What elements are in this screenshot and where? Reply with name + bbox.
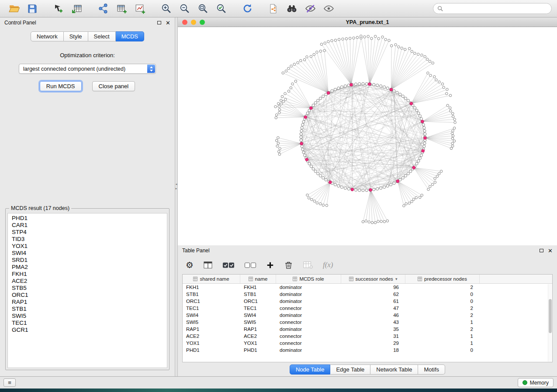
mcds-result-list[interactable]: PHD1CAR1STP4TID3YOX1SWI4SRD1PMA2FKH1ACE2… [7,213,167,368]
mcds-result-item[interactable]: CAR1 [8,222,167,229]
table-row[interactable]: TEC1TEC1connector472 [183,305,552,312]
cell-shared-name[interactable]: RAP1 [183,327,240,332]
export-image-button[interactable] [131,1,149,16]
column-header-shared-name[interactable]: shared name [183,275,240,283]
cell-successor-nodes[interactable]: 18 [341,347,405,353]
cell-predecessor-nodes[interactable]: 1 [405,340,480,346]
toggle-graphics-details-button[interactable] [301,1,319,16]
mcds-result-item[interactable]: PMA2 [8,264,167,271]
cell-mcds-role[interactable]: dominator [276,299,341,304]
cell-predecessor-nodes[interactable]: 1 [405,334,480,339]
cell-name[interactable]: ORC1 [240,299,276,304]
optimization-criterion-select[interactable]: largest connected component (undirected) [19,64,156,74]
cell-mcds-role[interactable]: connector [276,320,341,325]
zoom-fit-button[interactable] [194,1,211,16]
cell-mcds-role[interactable]: dominator [276,347,341,353]
tab-mcds[interactable]: MCDS [116,31,144,41]
close-panel-button[interactable]: Close panel [92,81,135,91]
function-builder-button[interactable]: f(x) [323,261,333,269]
table-scrollbar[interactable] [548,284,552,361]
export-network-button[interactable] [265,1,282,16]
network-canvas[interactable] [178,27,557,245]
import-table-file-button[interactable] [68,1,86,16]
cell-mcds-role[interactable]: dominator [276,327,341,332]
mcds-result-item[interactable]: SWI4 [8,250,167,257]
cell-mcds-role[interactable]: connector [276,340,341,346]
mcds-result-item[interactable]: TEC1 [8,320,167,327]
cell-predecessor-nodes[interactable]: 0 [405,347,480,353]
menu-button[interactable]: ≡ [3,378,16,387]
table-tab-motifs[interactable]: Motifs [418,364,445,375]
cell-successor-nodes[interactable]: 61 [341,299,405,304]
cell-successor-nodes[interactable]: 47 [341,306,405,311]
cell-successor-nodes[interactable]: 35 [341,327,405,332]
cell-shared-name[interactable]: ACE2 [183,334,240,339]
cell-shared-name[interactable]: TEC1 [183,306,240,311]
cell-mcds-role[interactable]: connector [276,334,341,339]
cell-predecessor-nodes[interactable]: 2 [405,306,480,311]
cell-name[interactable]: SWI5 [240,320,276,325]
cell-predecessor-nodes[interactable]: 2 [405,285,480,290]
cell-predecessor-nodes[interactable]: 2 [405,313,480,318]
cell-shared-name[interactable]: FKH1 [183,285,240,290]
mcds-result-item[interactable]: SRD1 [8,257,167,264]
mcds-result-item[interactable]: FKH1 [8,271,167,278]
add-column-button[interactable] [266,261,274,269]
network-graph[interactable] [178,27,557,245]
hide-columns-button[interactable] [303,261,313,269]
cell-name[interactable]: TEC1 [240,306,276,311]
close-table-panel-button[interactable]: ✕ [548,248,553,254]
cell-successor-nodes[interactable]: 31 [341,334,405,339]
search-network-button[interactable] [283,1,301,16]
cell-predecessor-nodes[interactable]: 0 [405,299,480,304]
mcds-result-item[interactable]: STP4 [8,229,167,236]
table-row[interactable]: ACE2ACE2connector311 [183,333,552,340]
table-row[interactable]: YOX1YOX1connector291 [183,340,552,347]
show-hide-graphics-button[interactable] [320,1,337,16]
mcds-result-item[interactable]: RAP1 [8,299,167,306]
open-session-button[interactable] [5,1,23,16]
cell-predecessor-nodes[interactable]: 0 [405,292,480,297]
cell-name[interactable]: ACE2 [240,334,276,339]
new-table-button[interactable] [113,1,130,16]
table-tab-node-table[interactable]: Node Table [290,364,331,375]
cell-shared-name[interactable]: YOX1 [183,340,240,346]
tab-network[interactable]: Network [31,31,64,41]
cell-predecessor-nodes[interactable]: 1 [405,320,480,325]
apply-layout-button[interactable] [239,1,256,16]
zoom-out-button[interactable] [176,1,193,16]
mcds-result-item[interactable]: STB1 [8,306,167,313]
mcds-result-item[interactable]: ACE2 [8,278,167,285]
select-all-rows-button[interactable] [222,261,235,269]
cell-predecessor-nodes[interactable]: 2 [405,327,480,332]
sort-caret-icon[interactable]: ▾ [395,277,398,281]
search-box[interactable] [433,3,552,14]
splitter-collapse-icons[interactable]: ◂▸ [175,182,177,190]
table-row[interactable]: FKH1FKH1dominator962 [183,284,552,291]
cell-mcds-role[interactable]: dominator [276,313,341,318]
cell-shared-name[interactable]: ORC1 [183,299,240,304]
mcds-result-item[interactable]: GCR1 [8,327,167,334]
cell-successor-nodes[interactable]: 29 [341,340,405,346]
table-settings-button[interactable]: ⚙ [186,261,194,269]
table-row[interactable]: ORC1ORC1dominator610 [183,298,552,305]
table-row[interactable]: SWI5SWI5connector431 [183,319,552,326]
cell-name[interactable]: FKH1 [240,285,276,290]
mcds-result-item[interactable]: ORC1 [8,292,167,299]
float-table-panel-button[interactable] [540,249,543,252]
table-tab-edge-table[interactable]: Edge Table [330,364,370,375]
table-row[interactable]: STB1STB1dominator620 [183,291,552,298]
tab-select[interactable]: Select [88,31,116,41]
column-header-MCDS-role[interactable]: MCDS role [276,275,341,283]
memory-button[interactable]: Memory [518,378,554,387]
delete-column-button[interactable] [284,261,293,270]
cell-name[interactable]: RAP1 [240,327,276,332]
column-header-successor-nodes[interactable]: successor nodes▾ [341,275,405,283]
tab-style[interactable]: Style [64,31,88,41]
cell-successor-nodes[interactable]: 96 [341,285,405,290]
close-control-panel-button[interactable]: ✕ [166,20,170,26]
save-session-button[interactable] [24,1,41,16]
cell-shared-name[interactable]: SWI5 [183,320,240,325]
mcds-result-item[interactable]: TID3 [8,236,167,243]
cell-successor-nodes[interactable]: 46 [341,313,405,318]
